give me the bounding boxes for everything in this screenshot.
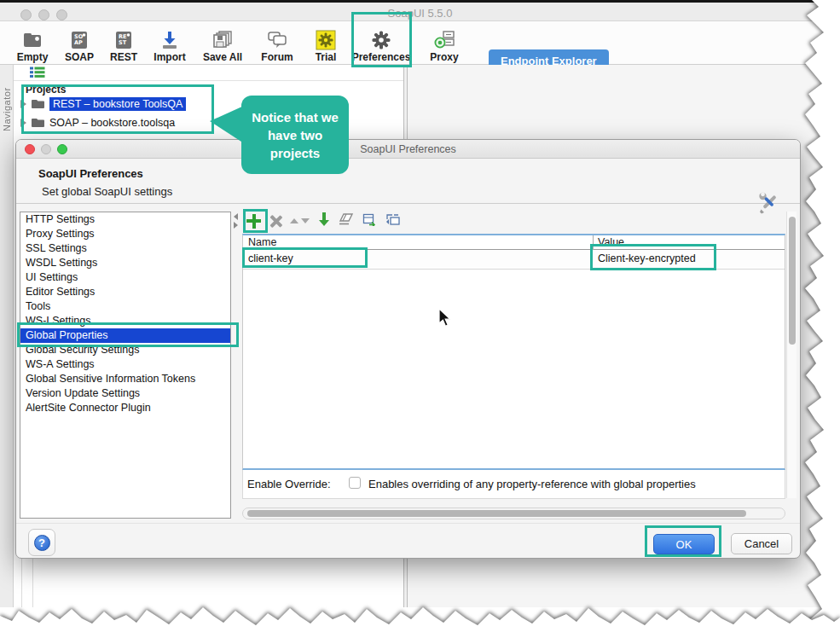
main-window-titlebar: SoapUI 5.5.0 (0, 0, 840, 21)
vertical-scrollbar[interactable] (786, 212, 797, 498)
settings-item[interactable]: Version Update Settings (20, 386, 230, 401)
forum-icon (266, 28, 288, 51)
toolbar-button-preferences[interactable]: Preferences (353, 24, 409, 63)
expand-arrow-icon[interactable] (20, 100, 26, 108)
empty-project-icon (22, 28, 43, 51)
table-header-row: Name Value (243, 235, 785, 250)
help-button[interactable]: ? (28, 529, 55, 556)
settings-item[interactable]: Tools (20, 299, 230, 314)
panel-edge-line (21, 559, 22, 607)
projects-header: Projects (26, 84, 66, 96)
svg-text:AP: AP (74, 39, 83, 46)
settings-item-global-properties[interactable]: Global Properties (20, 328, 230, 343)
enable-override-description: Enables overriding of any property-refer… (368, 478, 696, 490)
import-icon (159, 28, 180, 51)
horizontal-scrollbar-thumb[interactable] (247, 510, 746, 517)
column-header-name[interactable]: Name (248, 236, 276, 248)
list-splitter-control[interactable] (232, 213, 240, 230)
dialog-subtitle: Set global SoapUI settings (42, 185, 172, 198)
ok-button[interactable]: OK (653, 534, 715, 554)
folder-icon (32, 96, 44, 112)
annotation-callout: Notice that we have two projects (241, 96, 349, 174)
navigator-tab-strip (0, 65, 14, 607)
property-value-cell[interactable]: Client-key-encrypted (598, 252, 696, 264)
window-title: SoapUI 5.5.0 (0, 7, 840, 20)
toolbar-button-trial[interactable]: Trial (298, 24, 354, 63)
panel-edge-line (32, 559, 33, 607)
settings-category-list: HTTP Settings Proxy Settings SSL Setting… (20, 212, 231, 519)
settings-item[interactable]: WS-A Settings (20, 357, 230, 372)
collapse-left-icon[interactable] (234, 213, 238, 220)
dialog-title: SoapUI Preferences (16, 143, 800, 155)
settings-item[interactable]: Global Sensitive Information Tokens (20, 372, 230, 386)
mouse-cursor (437, 308, 455, 328)
enable-override-checkbox[interactable] (349, 477, 361, 489)
toolbar-button-proxy[interactable]: Proxy (416, 24, 472, 63)
move-down-icon[interactable] (301, 218, 310, 223)
preferences-dialog: SoapUI Preferences SoapUI Preferences Se… (15, 139, 801, 559)
table-row[interactable]: client-key Client-key-encrypted (243, 250, 785, 270)
column-header-value[interactable]: Value (598, 236, 624, 248)
global-properties-panel: Name Value client-key Client-key-encrypt… (242, 210, 785, 519)
horizontal-scrollbar[interactable] (242, 508, 785, 519)
folder-icon (32, 115, 44, 130)
settings-item[interactable]: Proxy Settings (20, 227, 230, 241)
properties-table: Name Value client-key Client-key-encrypt… (242, 234, 785, 470)
dialog-header: SoapUI Preferences Set global SoapUI set… (16, 159, 800, 204)
tree-view-icon[interactable] (30, 67, 45, 82)
toolbar-button-import[interactable]: Import (142, 24, 198, 63)
trial-icon (316, 28, 336, 51)
project-name[interactable]: SOAP – bookstore.toolsqa (49, 117, 175, 129)
collapse-right-icon[interactable] (234, 222, 238, 229)
screenshot-root: SoapUI 5.5.0 Empty SOAP SOAP REST REST I… (0, 0, 840, 638)
rest-project-icon: REST (113, 28, 134, 51)
soap-project-icon: SOAP (69, 28, 90, 51)
settings-item[interactable]: UI Settings (20, 270, 230, 285)
clear-properties-icon[interactable] (339, 212, 354, 229)
settings-item[interactable]: Global Security Settings (20, 343, 230, 357)
navigator-toolbar (14, 65, 403, 81)
dialog-footer: ? OK Cancel (16, 523, 800, 560)
enable-override-row: Enable Override: Enables overriding of a… (242, 470, 785, 499)
property-name-cell[interactable]: client-key (248, 252, 293, 264)
dialog-titlebar[interactable]: SoapUI Preferences (16, 140, 800, 159)
vertical-scrollbar-thumb[interactable] (789, 217, 796, 345)
move-up-icon[interactable] (290, 218, 298, 223)
settings-item[interactable]: SSL Settings (20, 241, 230, 256)
expand-arrow-icon[interactable] (20, 119, 26, 127)
project-row-rest[interactable]: REST – bookstore ToolsQA (20, 96, 186, 113)
navigator-tab[interactable]: Navigator (0, 73, 14, 145)
properties-toolbar (242, 210, 785, 232)
sort-descending-icon[interactable] (318, 212, 330, 230)
project-row-soap[interactable]: SOAP – bookstore.toolsqa (20, 114, 175, 131)
delete-property-icon[interactable] (269, 215, 281, 227)
save-all-icon (211, 28, 234, 51)
svg-text:ST: ST (119, 39, 127, 46)
dialog-heading: SoapUI Preferences (38, 167, 143, 180)
save-properties-icon[interactable] (385, 213, 400, 229)
load-properties-icon[interactable] (362, 213, 377, 229)
main-toolbar: Empty SOAP SOAP REST REST Import Save Al… (0, 21, 840, 65)
project-name[interactable]: REST – bookstore ToolsQA (49, 97, 186, 111)
enable-override-label: Enable Override: (247, 478, 331, 490)
settings-item[interactable]: WSDL Settings (20, 256, 230, 270)
help-icon: ? (34, 535, 50, 551)
add-property-icon[interactable] (246, 214, 261, 229)
preferences-gear-icon (371, 28, 391, 51)
cancel-button[interactable]: Cancel (731, 533, 792, 554)
settings-item[interactable]: Editor Settings (20, 285, 230, 299)
settings-item[interactable]: AlertSite Connector Plugin (20, 401, 230, 415)
proxy-icon (433, 28, 455, 51)
settings-item[interactable]: HTTP Settings (20, 212, 230, 227)
settings-item[interactable]: WS-I Settings (20, 314, 230, 328)
toolbar-button-save-all[interactable]: Save All (194, 24, 251, 63)
